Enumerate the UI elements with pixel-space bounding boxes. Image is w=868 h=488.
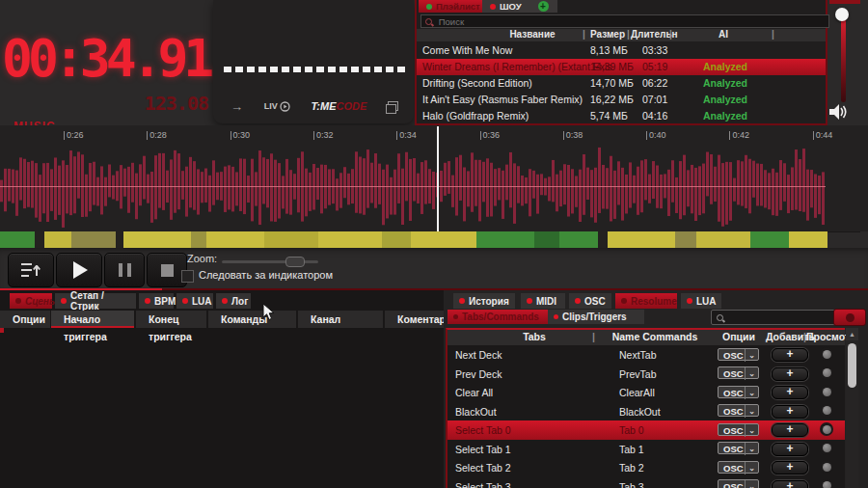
command-row[interactable]: BlackOutBlackOutOSC⌄+ — [448, 402, 845, 421]
left-tab-0[interactable]: Сцены — [10, 293, 52, 309]
preview-radio[interactable] — [820, 460, 833, 474]
option-select[interactable]: OSC⌄ — [718, 348, 759, 361]
preview-radio[interactable] — [820, 422, 833, 436]
left-tab-1[interactable]: Сетап / Стрик — [55, 293, 136, 309]
command-row[interactable]: Select Tab 3Tab 3OSC⌄+ — [448, 477, 845, 488]
track-overview-strip[interactable] — [0, 231, 827, 248]
volume-slider-track[interactable] — [841, 14, 846, 102]
option-select[interactable]: OSC⌄ — [718, 404, 759, 417]
trigger-column-2[interactable]: Конец триггера — [136, 311, 206, 328]
follow-indicator-checkbox[interactable] — [181, 270, 194, 283]
commands-column-4[interactable]: Просмотр — [806, 331, 847, 342]
overview-segment — [123, 231, 191, 248]
command-row[interactable]: Select Tab 0Tab 0OSC⌄+ — [448, 420, 845, 440]
bpm-readout: 123.08 — [0, 92, 208, 115]
live-button[interactable]: LIV — [264, 101, 290, 112]
preview-radio[interactable] — [820, 347, 833, 361]
add-playlist-tab-button[interactable]: + — [529, 0, 557, 13]
trigger-column-0[interactable]: Опции — [0, 311, 50, 328]
preview-radio[interactable] — [820, 404, 833, 418]
add-command-button[interactable]: + — [772, 348, 808, 362]
time-ruler-label: 0:40 — [646, 131, 666, 140]
playlist-cell-ai: Analyzed — [682, 77, 769, 89]
time-ruler-label: 0:30 — [231, 131, 251, 140]
playlist-header: НазваниеРазмерДлительнAI|||| — [417, 29, 826, 41]
speaker-icon[interactable] — [827, 102, 849, 122]
add-command-button[interactable]: + — [772, 367, 808, 381]
playlist-row[interactable]: Halo (Goldfrapp Remix)5,74 МБ04:16Analyz… — [417, 108, 826, 124]
add-command-button[interactable]: + — [772, 461, 808, 474]
commands-column-1[interactable]: Name Commands — [605, 331, 705, 342]
scroll-up-arrow[interactable]: ▲ — [846, 328, 858, 340]
playlist-row[interactable]: Come With Me Now8,13 МБ03:33 — [417, 42, 826, 59]
preview-radio[interactable] — [820, 442, 833, 455]
add-command-button[interactable]: + — [772, 443, 808, 456]
commands-column-0[interactable]: Tabs — [486, 331, 583, 342]
command-row[interactable]: Select Tab 1Tab 1OSC⌄+ — [448, 440, 845, 459]
option-select[interactable]: OSC⌄ — [718, 461, 759, 474]
preview-radio[interactable] — [820, 366, 833, 380]
left-tab-2[interactable]: BPM — [139, 293, 174, 309]
playlist-column-0[interactable]: Название — [475, 29, 590, 40]
preview-radio[interactable] — [820, 479, 833, 488]
right-tab-osc[interactable]: OSC — [569, 293, 611, 309]
commands-search[interactable] — [711, 310, 838, 325]
option-select[interactable]: OSC⌄ — [718, 386, 759, 398]
popout-window-icon[interactable] — [388, 101, 398, 111]
left-tab-4[interactable]: Лог — [216, 293, 251, 309]
right-tab-midi[interactable]: MIDI — [521, 293, 565, 309]
commands-scrollbar[interactable]: ▲ — [846, 328, 858, 488]
option-select[interactable]: OSC⌄ — [718, 442, 759, 454]
add-command-button[interactable]: + — [772, 423, 808, 437]
right-tab-lua[interactable]: LUA — [681, 293, 721, 309]
option-select[interactable]: OSC⌄ — [718, 366, 759, 379]
command-name: ClearAll — [619, 387, 655, 398]
trigger-column-4[interactable]: Канал — [298, 311, 383, 328]
trigger-column-1[interactable]: Начало триггера — [51, 311, 134, 328]
playlist-row[interactable]: It Ain't Easy (Rasmus Faber Remix)16,22 … — [417, 92, 826, 108]
option-select[interactable]: OSC⌄ — [718, 423, 759, 436]
load-playlist-button[interactable] — [8, 253, 54, 287]
playlist-cell-name: Drifting (Second Edition) — [422, 77, 532, 89]
time-ruler-label: 0:32 — [313, 131, 334, 140]
trigger-panel: СценыСетап / СтрикBPMLUAЛог ОпцииНачало … — [0, 290, 444, 488]
add-command-button[interactable]: + — [772, 386, 808, 399]
command-tab-name: Next Deck — [455, 349, 502, 361]
scrollbar-thumb[interactable] — [848, 343, 856, 388]
playlist-search-input[interactable] — [437, 15, 825, 28]
preview-radio[interactable] — [820, 385, 833, 398]
pause-button[interactable] — [104, 253, 145, 287]
commands-column-2[interactable]: Опции — [718, 331, 760, 342]
option-select[interactable]: OSC⌄ — [718, 479, 759, 488]
playlist-row[interactable]: Winter Dreams (I Remember) (Extant Exis1… — [417, 59, 826, 75]
commands-search-input[interactable] — [726, 312, 832, 323]
zoom-slider-knob[interactable] — [285, 257, 305, 267]
playlist-row[interactable]: Drifting (Second Edition)14,70 МБ06:22An… — [417, 75, 826, 92]
play-button[interactable] — [56, 253, 102, 287]
trigger-column-5[interactable]: Коментарий — [385, 311, 444, 328]
playlist-column-1[interactable]: Размер — [586, 29, 629, 40]
command-row[interactable]: Clear AllClearAllOSC⌄+ — [448, 383, 845, 402]
playlist-cell-ai: Analyzed — [682, 94, 769, 105]
timecode-button[interactable]: T:MECODE — [311, 100, 366, 112]
arrow-right-icon[interactable]: → — [231, 99, 243, 114]
add-command-button[interactable]: + — [772, 405, 808, 419]
command-row[interactable]: Next DeckNextTabOSC⌄+ — [448, 345, 845, 365]
right-tab-история[interactable]: История — [453, 293, 515, 309]
right-tab-resolume[interactable]: Resolume — [615, 293, 677, 309]
playlist-search[interactable] — [420, 14, 829, 28]
command-row[interactable]: Select Tab 2Tab 2OSC⌄+ — [448, 458, 845, 477]
commands-table-header: TabsName CommandsОпцииДобавитьПросмотр|| — [448, 330, 845, 345]
playlist-column-2[interactable]: Длительн — [631, 29, 673, 40]
waveform-area[interactable]: 0:260:280:300:320:340:360:380:400:420:44 — [0, 125, 868, 231]
subtab-1[interactable]: Clips/Triggers — [548, 310, 644, 324]
subtab-0[interactable]: Tabs/Commands — [448, 310, 548, 324]
playlist-column-3[interactable]: AI — [677, 29, 770, 40]
trigger-column-3[interactable]: Команды — [208, 311, 296, 328]
add-command-button[interactable]: + — [772, 480, 808, 488]
commands-action-button[interactable] — [833, 309, 866, 326]
left-tab-3[interactable]: LUA — [176, 293, 213, 309]
volume-slider-knob[interactable] — [835, 8, 849, 21]
command-row[interactable]: Prev DeckPrevTabOSC⌄+ — [448, 365, 845, 384]
overview-segment — [696, 231, 750, 248]
